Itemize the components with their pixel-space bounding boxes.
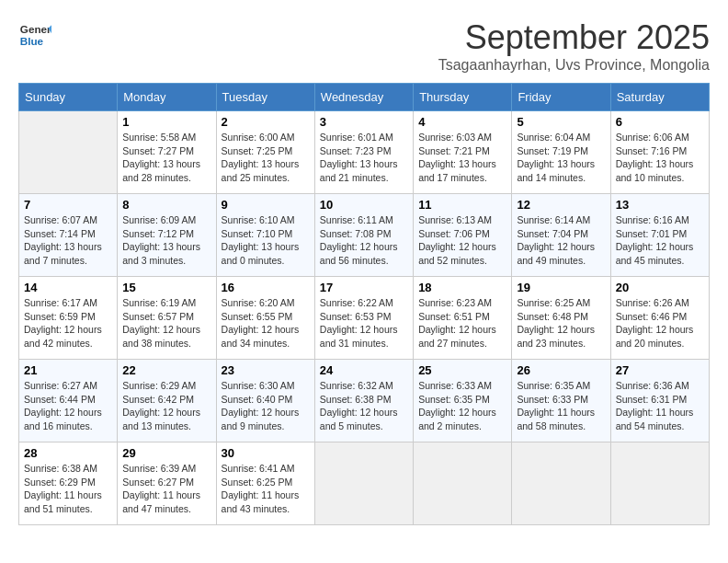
calendar-cell [512,442,610,525]
calendar-cell [414,442,512,525]
weekday-header: Wednesday [314,84,413,111]
calendar-cell: 17Sunrise: 6:22 AM Sunset: 6:53 PM Dayli… [314,277,413,360]
calendar-week-row: 21Sunrise: 6:27 AM Sunset: 6:44 PM Dayli… [19,360,710,442]
day-info: Sunrise: 6:36 AM Sunset: 6:31 PM Dayligh… [616,379,704,433]
calendar-cell: 2Sunrise: 6:00 AM Sunset: 7:25 PM Daylig… [216,111,314,194]
page-header: General Blue September 2025 Tsagaanhayrh… [18,18,710,74]
calendar-week-row: 14Sunrise: 6:17 AM Sunset: 6:59 PM Dayli… [19,277,710,360]
day-info: Sunrise: 6:22 AM Sunset: 6:53 PM Dayligh… [320,296,408,350]
day-number: 7 [24,198,112,212]
day-info: Sunrise: 6:09 AM Sunset: 7:12 PM Dayligh… [122,213,210,268]
weekday-header: Friday [512,84,610,111]
calendar-body: 1Sunrise: 5:58 AM Sunset: 7:27 PM Daylig… [19,111,710,525]
day-number: 13 [616,198,704,212]
day-info: Sunrise: 6:41 AM Sunset: 6:25 PM Dayligh… [222,462,310,516]
calendar-cell: 20Sunrise: 6:26 AM Sunset: 6:46 PM Dayli… [610,277,709,360]
day-number: 4 [418,115,506,129]
calendar-cell: 9Sunrise: 6:10 AM Sunset: 7:10 PM Daylig… [216,194,314,277]
calendar-cell [19,111,118,194]
day-number: 28 [24,446,112,460]
day-number: 29 [122,446,210,460]
day-info: Sunrise: 6:13 AM Sunset: 7:06 PM Dayligh… [418,213,506,268]
weekday-header: Tuesday [216,84,314,111]
calendar-cell: 21Sunrise: 6:27 AM Sunset: 6:44 PM Dayli… [19,360,118,442]
calendar-cell: 27Sunrise: 6:36 AM Sunset: 6:31 PM Dayli… [610,360,709,442]
calendar-header: SundayMondayTuesdayWednesdayThursdayFrid… [19,84,710,111]
calendar-cell [610,442,709,525]
day-info: Sunrise: 6:30 AM Sunset: 6:40 PM Dayligh… [222,379,310,433]
calendar-cell: 4Sunrise: 6:03 AM Sunset: 7:21 PM Daylig… [414,111,512,194]
day-number: 11 [418,198,506,212]
day-number: 19 [517,281,605,294]
calendar-cell: 3Sunrise: 6:01 AM Sunset: 7:23 PM Daylig… [314,111,413,194]
calendar-cell [314,442,413,525]
calendar-cell: 13Sunrise: 6:16 AM Sunset: 7:01 PM Dayli… [610,194,709,277]
day-number: 8 [122,198,210,212]
day-info: Sunrise: 6:26 AM Sunset: 6:46 PM Dayligh… [616,296,704,350]
calendar-cell: 12Sunrise: 6:14 AM Sunset: 7:04 PM Dayli… [512,194,610,277]
day-number: 16 [222,281,310,294]
day-number: 27 [616,363,704,377]
day-info: Sunrise: 6:01 AM Sunset: 7:23 PM Dayligh… [320,131,408,185]
day-number: 3 [320,115,408,129]
day-number: 5 [517,115,605,129]
day-number: 1 [122,115,210,129]
day-number: 2 [222,115,310,129]
calendar-cell: 10Sunrise: 6:11 AM Sunset: 7:08 PM Dayli… [314,194,413,277]
calendar-cell: 25Sunrise: 6:33 AM Sunset: 6:35 PM Dayli… [414,360,512,442]
day-info: Sunrise: 6:35 AM Sunset: 6:33 PM Dayligh… [517,379,605,433]
location-subtitle: Tsagaanhayrhan, Uvs Province, Mongolia [438,57,710,74]
weekday-header: Monday [118,84,216,111]
calendar-cell: 1Sunrise: 5:58 AM Sunset: 7:27 PM Daylig… [118,111,216,194]
calendar-cell: 29Sunrise: 6:39 AM Sunset: 6:27 PM Dayli… [118,442,216,525]
calendar-cell: 26Sunrise: 6:35 AM Sunset: 6:33 PM Dayli… [512,360,610,442]
header-row: SundayMondayTuesdayWednesdayThursdayFrid… [19,84,710,111]
day-info: Sunrise: 6:07 AM Sunset: 7:14 PM Dayligh… [24,213,112,268]
calendar-cell: 22Sunrise: 6:29 AM Sunset: 6:42 PM Dayli… [118,360,216,442]
calendar-cell: 6Sunrise: 6:06 AM Sunset: 7:16 PM Daylig… [610,111,709,194]
calendar-table: SundayMondayTuesdayWednesdayThursdayFrid… [18,83,710,525]
day-info: Sunrise: 6:25 AM Sunset: 6:48 PM Dayligh… [517,296,605,350]
calendar-cell: 15Sunrise: 6:19 AM Sunset: 6:57 PM Dayli… [118,277,216,360]
calendar-week-row: 1Sunrise: 5:58 AM Sunset: 7:27 PM Daylig… [19,111,710,194]
month-title: September 2025 [438,18,710,57]
day-number: 25 [418,363,506,377]
logo-icon: General Blue [18,18,51,52]
day-number: 10 [320,198,408,212]
title-section: September 2025 Tsagaanhayrhan, Uvs Provi… [438,18,710,74]
day-info: Sunrise: 6:03 AM Sunset: 7:21 PM Dayligh… [418,131,506,185]
day-number: 12 [517,198,605,212]
weekday-header: Sunday [19,84,118,111]
day-info: Sunrise: 6:20 AM Sunset: 6:55 PM Dayligh… [222,296,310,350]
calendar-cell: 7Sunrise: 6:07 AM Sunset: 7:14 PM Daylig… [19,194,118,277]
calendar-cell: 5Sunrise: 6:04 AM Sunset: 7:19 PM Daylig… [512,111,610,194]
day-info: Sunrise: 6:14 AM Sunset: 7:04 PM Dayligh… [517,213,605,268]
day-number: 26 [517,363,605,377]
day-info: Sunrise: 6:27 AM Sunset: 6:44 PM Dayligh… [24,379,112,433]
day-info: Sunrise: 6:32 AM Sunset: 6:38 PM Dayligh… [320,379,408,433]
day-info: Sunrise: 6:11 AM Sunset: 7:08 PM Dayligh… [320,213,408,268]
calendar-cell: 23Sunrise: 6:30 AM Sunset: 6:40 PM Dayli… [216,360,314,442]
calendar-cell: 11Sunrise: 6:13 AM Sunset: 7:06 PM Dayli… [414,194,512,277]
day-number: 15 [122,281,210,294]
day-info: Sunrise: 5:58 AM Sunset: 7:27 PM Dayligh… [122,131,210,185]
day-number: 23 [222,363,310,377]
day-number: 17 [320,281,408,294]
day-number: 22 [122,363,210,377]
day-number: 14 [24,281,112,294]
day-number: 30 [222,446,310,460]
day-info: Sunrise: 6:29 AM Sunset: 6:42 PM Dayligh… [122,379,210,433]
day-info: Sunrise: 6:38 AM Sunset: 6:29 PM Dayligh… [24,462,112,516]
calendar-cell: 8Sunrise: 6:09 AM Sunset: 7:12 PM Daylig… [118,194,216,277]
day-info: Sunrise: 6:04 AM Sunset: 7:19 PM Dayligh… [517,131,605,185]
day-info: Sunrise: 6:33 AM Sunset: 6:35 PM Dayligh… [418,379,506,433]
day-number: 18 [418,281,506,294]
calendar-cell: 24Sunrise: 6:32 AM Sunset: 6:38 PM Dayli… [314,360,413,442]
day-info: Sunrise: 6:06 AM Sunset: 7:16 PM Dayligh… [616,131,704,185]
weekday-header: Thursday [414,84,512,111]
calendar-cell: 19Sunrise: 6:25 AM Sunset: 6:48 PM Dayli… [512,277,610,360]
day-info: Sunrise: 6:19 AM Sunset: 6:57 PM Dayligh… [122,296,210,350]
calendar-week-row: 28Sunrise: 6:38 AM Sunset: 6:29 PM Dayli… [19,442,710,525]
calendar-cell: 30Sunrise: 6:41 AM Sunset: 6:25 PM Dayli… [216,442,314,525]
calendar-cell: 28Sunrise: 6:38 AM Sunset: 6:29 PM Dayli… [19,442,118,525]
